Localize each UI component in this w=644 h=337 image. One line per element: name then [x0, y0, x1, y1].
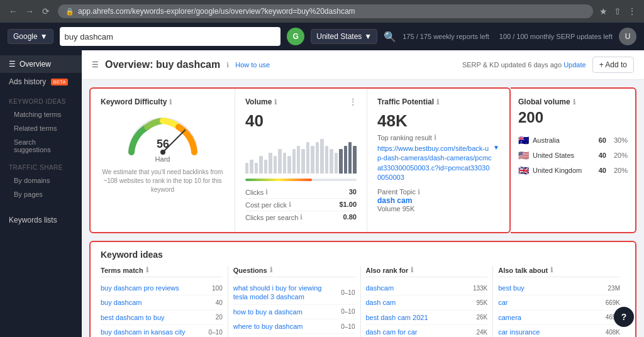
volume-bars: [245, 136, 357, 174]
volume-bar: [292, 149, 296, 174]
traffic-number: 48K: [377, 111, 499, 131]
beta-badge: BETA: [51, 79, 67, 86]
ki-link[interactable]: camera: [498, 313, 605, 322]
ki-link[interactable]: buy dashcam in kansas city: [101, 328, 209, 336]
global-volume-info-icon[interactable]: ℹ: [573, 98, 575, 106]
country-percent: 20%: [610, 167, 628, 174]
ki-link[interactable]: what should i buy for viewing tesla mode…: [233, 284, 341, 302]
add-to-button[interactable]: + Add to: [592, 57, 634, 73]
sidebar-item-by-pages[interactable]: By pages: [0, 187, 82, 201]
address-bar[interactable]: 🔒 app.ahrefs.com/keywords-explorer/googl…: [58, 4, 593, 18]
kd-info-icon[interactable]: ℹ: [169, 98, 172, 106]
header-stats: 175 / 175 weekly reports left 100 / 100 …: [402, 33, 613, 40]
volume-bar: [269, 153, 272, 174]
sidebar-item-related-terms[interactable]: Related terms: [0, 121, 82, 135]
refresh-button[interactable]: ⟳: [39, 4, 53, 18]
ki-link[interactable]: buy dashcam pro reviews: [101, 284, 212, 292]
country-selector[interactable]: United States ▼: [311, 29, 377, 44]
terms-match-info-icon[interactable]: ℹ: [146, 266, 148, 274]
country-name: United States: [533, 152, 587, 159]
ki-link[interactable]: best dash cam 2021: [366, 313, 477, 322]
country-name: United Kingdom: [533, 167, 587, 174]
ki-row: buy dashcam pro reviews 100: [101, 281, 223, 296]
cps-info-icon[interactable]: ℹ: [300, 213, 303, 221]
volume-bar: [325, 146, 328, 174]
ki-link[interactable]: car insurance: [498, 328, 605, 336]
volume-bar: [339, 149, 342, 174]
ki-link[interactable]: dash cam for car: [366, 328, 477, 336]
ranking-url-link[interactable]: https://www.bestbuy.com/site/back-up-das…: [377, 144, 492, 183]
ki-link[interactable]: where to buy dashcam: [233, 322, 341, 331]
traffic-info-icon[interactable]: ℹ: [436, 98, 439, 106]
volume-bar: [316, 142, 319, 174]
back-button[interactable]: ←: [6, 4, 20, 18]
forward-button[interactable]: →: [23, 4, 36, 18]
country-row: 🇬🇧 United Kingdom 40 20%: [518, 163, 628, 178]
parent-topic-link[interactable]: dash cam: [377, 196, 412, 205]
ki-row: buy dashcam 40: [101, 296, 223, 310]
share-icon[interactable]: ⇧: [613, 5, 623, 18]
ki-value: 0–10: [341, 308, 355, 315]
bookmark-star-icon[interactable]: ★: [598, 5, 609, 18]
ki-value: 669K: [606, 299, 620, 306]
weekly-reports-stat: 175 / 175 weekly reports left: [402, 33, 489, 40]
volume-bar: [348, 142, 352, 174]
country-label: United States: [316, 32, 362, 41]
top-ranking-info-icon[interactable]: ℹ: [434, 133, 436, 141]
sidebar-item-ads-history[interactable]: Ads history BETA: [0, 73, 82, 91]
volume-stats: Clicks ℹ 30 Cost per click ℹ $1.00: [245, 186, 357, 223]
volume-card: Volume ℹ ⋮ 40 Clicks ℹ: [235, 89, 367, 232]
questions-info-icon[interactable]: ℹ: [270, 266, 272, 274]
cpc-info-icon[interactable]: ℹ: [289, 201, 291, 209]
more-options-icon[interactable]: ⋮: [626, 5, 638, 18]
sidebar-item-overview[interactable]: ☰ Overview: [0, 55, 82, 73]
volume-more-icon[interactable]: ⋮: [349, 97, 357, 106]
sidebar-item-by-domains[interactable]: By domains: [0, 174, 82, 187]
page-header: ☰ Overview: buy dashcam ℹ How to use SER…: [82, 50, 644, 80]
ki-link[interactable]: best dashcam to buy: [101, 313, 216, 322]
ki-link[interactable]: how to buy a dashcam: [233, 307, 341, 316]
how-to-use-link[interactable]: How to use: [235, 61, 270, 69]
ki-link[interactable]: car: [498, 298, 605, 307]
clicks-info-icon[interactable]: ℹ: [265, 188, 268, 196]
sidebar-section-traffic-share: Traffic share: [0, 157, 82, 174]
browser-actions: ★ ⇧ ⋮: [598, 5, 638, 18]
help-button[interactable]: ?: [614, 307, 634, 327]
terms-match-header: Terms match ℹ: [101, 266, 223, 277]
clicks-value: 30: [349, 188, 357, 196]
hamburger-menu-icon[interactable]: ☰: [92, 60, 99, 69]
ki-link[interactable]: dash cam: [366, 298, 477, 307]
ki-row: what should i buy for viewing tesla mode…: [233, 281, 355, 305]
update-link[interactable]: Update: [564, 61, 586, 69]
url-dropdown-icon[interactable]: ▼: [493, 144, 499, 151]
sidebar-item-search-suggestions[interactable]: Search suggestions: [0, 135, 82, 157]
volume-bar: [330, 149, 333, 174]
ki-link[interactable]: best buy: [498, 284, 608, 292]
user-avatar[interactable]: U: [619, 28, 636, 45]
volume-info-icon[interactable]: ℹ: [274, 98, 277, 106]
engine-dropdown-icon: ▼: [40, 32, 48, 41]
page-title: Overview: buy dashcam: [105, 59, 220, 70]
ki-link[interactable]: dashcam: [366, 284, 473, 292]
keyword-search-input[interactable]: [65, 32, 276, 41]
sidebar-item-keywords-lists[interactable]: Keywords lists: [0, 211, 82, 229]
also-rank-info-icon[interactable]: ℹ: [411, 266, 413, 274]
volume-progress-bar: [245, 179, 357, 181]
grader-button[interactable]: G: [287, 28, 304, 45]
nav-buttons[interactable]: ← → ⟳: [6, 4, 53, 18]
volume-bar: [335, 153, 338, 174]
country-percent: 30%: [610, 136, 628, 144]
ki-link[interactable]: buy dashcam: [101, 298, 216, 307]
volume-bar: [278, 149, 281, 174]
ranking-url-wrap: https://www.bestbuy.com/site/back-up-das…: [377, 144, 499, 183]
monthly-serp-text: 100 / 100 monthly SERP updates left: [499, 33, 613, 40]
engine-label: Google: [13, 32, 38, 41]
sidebar-ads-history-label: Ads history: [9, 77, 46, 86]
also-talk-info-icon[interactable]: ℹ: [550, 266, 553, 274]
ki-row: dash cam for car 24K: [366, 325, 488, 337]
parent-topic-info-icon[interactable]: ℹ: [418, 188, 420, 196]
search-button[interactable]: 🔍: [384, 31, 396, 43]
sidebar-item-matching-terms[interactable]: Matching terms: [0, 108, 82, 121]
serp-update-info: SERP & KD updated 6 days ago Update: [462, 61, 586, 69]
engine-selector[interactable]: Google ▼: [8, 29, 53, 44]
